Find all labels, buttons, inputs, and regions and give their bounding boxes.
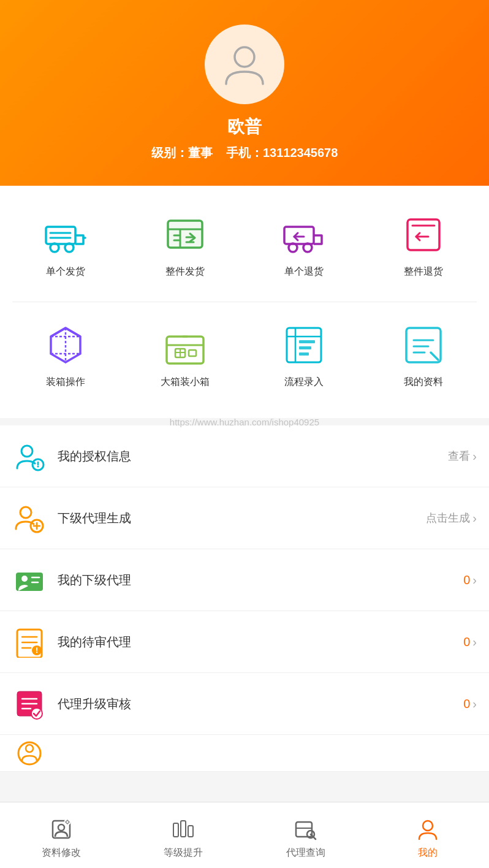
header-section: 欧普 级别：董事 手机：13112345678 — [0, 0, 489, 186]
single-return-icon — [279, 210, 328, 259]
bulk-ship-item[interactable]: 整件发货 — [126, 204, 245, 289]
nav-mine-label: 我的 — [418, 847, 438, 859]
auth-info-item[interactable]: 我的授权信息 查看 › — [0, 425, 489, 487]
upgrade-audit-icon — [12, 687, 47, 721]
pending-agent-item[interactable]: 我的待审代理 0 › — [0, 611, 489, 673]
upgrade-audit-action: 0 › — [463, 697, 477, 711]
sub-agent-action: 0 › — [463, 573, 477, 587]
icon-grid-row1: 单个发货 整件发货 — [6, 204, 483, 289]
user-name: 欧普 — [227, 115, 262, 139]
bulk-return-icon — [399, 210, 448, 259]
svg-rect-28 — [299, 346, 311, 349]
flow-entry-item[interactable]: 流程录入 — [245, 314, 364, 400]
pending-agent-label: 我的待审代理 — [58, 634, 463, 650]
single-ship-label: 单个发货 — [46, 265, 85, 278]
sub-agent-gen-label: 下级代理生成 — [58, 510, 426, 527]
more-item-icon — [12, 736, 47, 771]
bottom-nav: 资料修改 等级提升 代理查询 — [0, 802, 489, 868]
svg-rect-10 — [284, 227, 314, 244]
svg-point-57 — [26, 745, 33, 752]
bulk-return-label: 整件退货 — [404, 265, 443, 278]
nav-mine[interactable]: 我的 — [367, 811, 490, 859]
nav-profile-edit-icon — [48, 816, 75, 843]
sub-agent-label: 我的下级代理 — [58, 572, 463, 588]
svg-point-49 — [36, 652, 37, 653]
auth-info-icon — [12, 439, 47, 473]
bulk-ship-icon — [161, 210, 210, 259]
svg-point-59 — [58, 824, 64, 831]
sub-agent-icon — [12, 563, 47, 597]
svg-point-31 — [21, 446, 32, 457]
svg-rect-64 — [296, 822, 312, 837]
user-info: 级别：董事 手机：13112345678 — [151, 145, 338, 161]
more-item[interactable] — [0, 735, 489, 772]
svg-rect-27 — [299, 340, 315, 343]
svg-point-35 — [20, 507, 31, 518]
single-ship-icon — [41, 210, 90, 259]
svg-rect-63 — [188, 826, 193, 837]
svg-point-0 — [235, 47, 254, 67]
svg-rect-62 — [181, 821, 186, 837]
pack-op-icon — [41, 321, 90, 370]
sub-agent-gen-item[interactable]: 下级代理生成 点击生成 › — [0, 487, 489, 549]
auth-info-label: 我的授权信息 — [58, 448, 448, 465]
nav-agent-query[interactable]: 代理查询 — [245, 811, 367, 859]
svg-rect-23 — [189, 350, 196, 356]
upgrade-audit-label: 代理升级审核 — [58, 696, 463, 712]
avatar — [205, 25, 284, 104]
flow-entry-icon — [279, 321, 328, 370]
sub-agent-gen-action: 点击生成 › — [426, 511, 477, 525]
nav-mine-icon — [414, 816, 441, 843]
icon-grid-row2: 装箱操作 大箱装小箱 — [6, 314, 483, 400]
nav-level-up-icon — [170, 816, 197, 843]
svg-rect-1 — [46, 227, 75, 244]
pending-agent-action: 0 › — [463, 635, 477, 649]
svg-rect-29 — [299, 352, 309, 356]
svg-rect-6 — [168, 221, 202, 248]
nav-agent-query-label: 代理查询 — [286, 847, 325, 859]
nav-agent-query-icon — [292, 816, 319, 843]
single-ship-item[interactable]: 单个发货 — [6, 204, 126, 289]
pending-agent-icon — [12, 625, 47, 659]
grid-divider — [12, 302, 477, 302]
upgrade-audit-item[interactable]: 代理升级审核 0 › — [0, 673, 489, 735]
svg-rect-61 — [173, 823, 178, 837]
nav-level-up[interactable]: 等级提升 — [123, 811, 245, 859]
svg-point-34 — [37, 466, 39, 468]
svg-rect-14 — [408, 219, 439, 250]
my-info-label: 我的资料 — [404, 376, 443, 389]
single-return-item[interactable]: 单个退货 — [245, 204, 364, 289]
my-info-icon — [399, 321, 448, 370]
auth-info-action: 查看 › — [448, 449, 477, 463]
my-info-item[interactable]: 我的资料 — [364, 314, 483, 400]
svg-point-56 — [18, 742, 40, 764]
big-box-label: 大箱装小箱 — [161, 376, 210, 389]
nav-level-up-label: 等级提升 — [164, 847, 203, 859]
big-box-item[interactable]: 大箱装小箱 — [126, 314, 245, 400]
list-section: 我的授权信息 查看 › 下级代理生成 点击生成 › — [0, 425, 489, 772]
svg-rect-24 — [287, 328, 321, 362]
bulk-ship-label: 整件发货 — [165, 265, 205, 278]
grid-section: 单个发货 整件发货 — [0, 186, 489, 418]
svg-point-55 — [31, 708, 42, 719]
pack-op-item[interactable]: 装箱操作 — [6, 314, 126, 400]
sub-agent-gen-icon — [12, 501, 47, 535]
flow-entry-label: 流程录入 — [284, 376, 324, 389]
pack-op-label: 装箱操作 — [46, 376, 85, 389]
svg-point-67 — [423, 821, 433, 831]
bulk-return-item[interactable]: 整件退货 — [364, 204, 483, 289]
sub-agent-item[interactable]: 我的下级代理 0 › — [0, 549, 489, 611]
nav-profile-edit-label: 资料修改 — [42, 847, 81, 859]
svg-point-40 — [21, 576, 28, 582]
nav-profile-edit[interactable]: 资料修改 — [0, 811, 123, 859]
single-return-label: 单个退货 — [284, 265, 324, 278]
big-box-icon — [161, 321, 210, 370]
